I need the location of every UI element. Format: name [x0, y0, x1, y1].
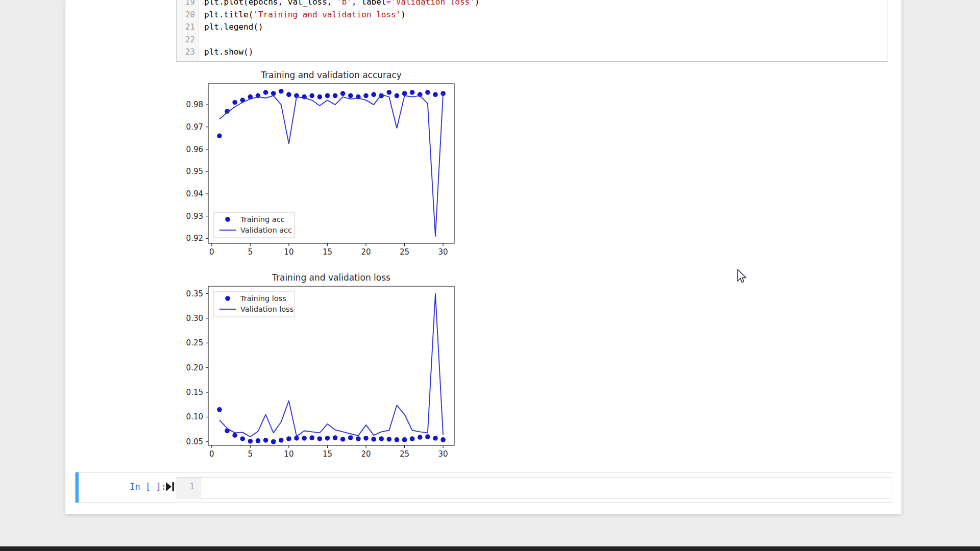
training-dot: [286, 436, 291, 441]
code-token: 'Training and validation loss': [253, 10, 401, 19]
training-dot: [418, 435, 423, 440]
chart: Training and validation loss0.050.100.15…: [186, 272, 454, 459]
matplotlib-output-charts: Training and validation accuracy0.920.93…: [65, 0, 901, 514]
notebook-content-area: 1920212223 plt.plot(epochs, val_loss, 'b…: [65, 0, 901, 514]
x-tick-label: 0: [209, 449, 214, 459]
legend: Training accValidation acc: [214, 212, 295, 238]
legend-box: [214, 291, 295, 317]
code-token: 'Validation loss': [391, 0, 475, 7]
code-line: plt.legend(): [204, 21, 888, 34]
legend-label: Training loss: [240, 294, 286, 303]
training-dot: [363, 436, 369, 441]
training-dot: [286, 92, 291, 97]
chart-title: Training and validation accuracy: [260, 70, 402, 80]
training-dot: [348, 93, 353, 98]
code-cell[interactable]: 1920212223 plt.plot(epochs, val_loss, 'b…: [176, 0, 888, 62]
code-input-editor[interactable]: 1: [177, 477, 891, 498]
training-dot: [425, 434, 430, 439]
y-tick-label: 0.10: [186, 412, 203, 421]
x-tick-label: 15: [323, 449, 332, 459]
run-cell-icon[interactable]: [166, 482, 175, 491]
training-dot: [232, 100, 237, 105]
training-dot: [348, 435, 353, 440]
input-prompt: In [ ]:: [105, 482, 166, 492]
y-tick-label: 0.92: [186, 234, 203, 243]
training-dot: [302, 436, 307, 441]
editor-content[interactable]: [201, 478, 891, 498]
legend: Training lossValidation loss: [214, 291, 295, 317]
y-tick-label: 0.98: [186, 100, 203, 109]
training-dot: [410, 90, 415, 95]
validation-line: [219, 93, 443, 236]
training-dot: [294, 93, 299, 98]
training-dot: [410, 436, 415, 441]
training-dot: [371, 437, 376, 442]
line-number: 22: [177, 34, 195, 46]
training-dot: [340, 437, 346, 442]
training-dot: [317, 436, 323, 441]
training-dot: [402, 437, 407, 442]
y-tick-label: 0.15: [186, 388, 203, 397]
code-token: plt.legend(): [204, 22, 263, 32]
training-dot: [217, 407, 222, 412]
selected-cell-indicator: [76, 472, 79, 503]
code-token: plt.plot(epochs, val_loss,: [204, 0, 337, 7]
empty-input-cell[interactable]: In [ ]: 1: [75, 472, 893, 503]
mouse-cursor: [737, 269, 750, 284]
training-dot: [240, 98, 245, 103]
legend-label: Training acc: [240, 215, 285, 223]
training-dot: [356, 436, 361, 441]
training-dot: [340, 91, 346, 96]
training-dot: [271, 91, 276, 96]
x-tick-label: 20: [361, 247, 371, 257]
code-line: plt.plot(epochs, val_loss, 'b', label='V…: [204, 0, 888, 9]
training-dot: [379, 436, 384, 441]
training-dot: [325, 93, 330, 98]
training-dot: [333, 435, 338, 440]
y-tick-label: 0.30: [186, 314, 203, 323]
code-line: [204, 34, 888, 46]
x-tick-label: 30: [438, 449, 448, 459]
y-tick-label: 0.96: [186, 145, 203, 154]
training-dot: [317, 94, 323, 99]
x-tick-label: 25: [400, 247, 409, 257]
plot-frame: [208, 286, 454, 445]
code-token: ): [475, 0, 480, 7]
code-token: plt.title(: [204, 10, 253, 19]
editor-line-number: 1: [177, 478, 201, 498]
legend-label: Validation acc: [240, 226, 292, 234]
code-editor[interactable]: plt.plot(epochs, val_loss, 'b', label='V…: [199, 0, 888, 61]
training-dot: [440, 437, 446, 442]
training-dot: [395, 93, 400, 98]
training-dot: [256, 93, 261, 98]
training-dot: [387, 437, 392, 442]
training-dot: [256, 438, 261, 443]
training-dot: [387, 90, 392, 95]
y-tick-label: 0.94: [186, 189, 203, 198]
training-dot: [309, 93, 314, 98]
x-tick-label: 20: [361, 449, 371, 459]
code-token: 'b': [337, 0, 352, 7]
training-dot: [395, 437, 400, 442]
y-tick-label: 0.97: [186, 122, 203, 132]
plot-frame: [208, 84, 454, 243]
x-tick-label: 15: [323, 247, 332, 257]
training-dot: [356, 94, 361, 99]
training-dot: [325, 436, 330, 441]
training-dot: [279, 438, 284, 443]
y-tick-label: 0.20: [186, 363, 203, 372]
chart: Training and validation accuracy0.920.93…: [186, 70, 454, 257]
training-dot: [271, 439, 276, 444]
training-dot: [232, 433, 237, 438]
training-dot: [248, 94, 253, 99]
training-dot: [379, 93, 384, 98]
training-dot: [333, 93, 338, 98]
x-tick-label: 30: [438, 247, 448, 257]
legend-label: Validation loss: [240, 305, 293, 313]
line-number-gutter: 1920212223: [177, 0, 199, 61]
chart-title: Training and validation loss: [272, 272, 390, 283]
legend-dot-marker: [225, 217, 230, 222]
line-number: 21: [177, 21, 195, 34]
training-dot: [371, 92, 376, 97]
y-tick-label: 0.25: [186, 338, 203, 347]
